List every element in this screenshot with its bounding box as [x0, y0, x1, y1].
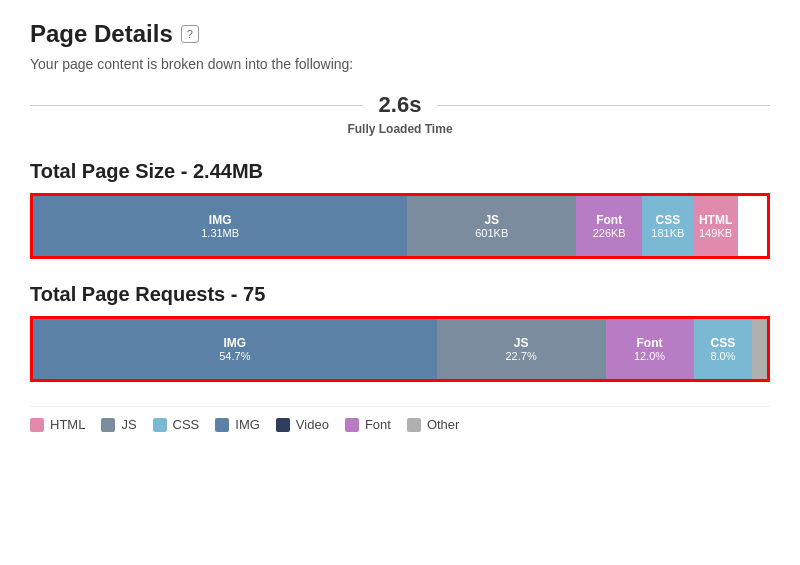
legend-label: JS — [121, 417, 136, 432]
size-section-title: Total Page Size - 2.44MB — [30, 160, 770, 183]
legend-item: HTML — [30, 417, 85, 432]
requests-bar-segment — [752, 319, 767, 379]
legend-item: Font — [345, 417, 391, 432]
requests-bar-wrapper: IMG54.7%JS22.7%Font12.0%CSS8.0% — [30, 316, 770, 382]
seg-value: 601KB — [475, 227, 508, 239]
size-bar-segment: IMG1.31MB — [33, 196, 407, 256]
seg-value: 8.0% — [710, 350, 735, 362]
seg-value: 22.7% — [505, 350, 536, 362]
seg-value: 54.7% — [219, 350, 250, 362]
seg-label: IMG — [224, 336, 247, 350]
legend-label: Video — [296, 417, 329, 432]
size-bar-segment: HTML149KB — [694, 196, 738, 256]
legend-label: CSS — [173, 417, 200, 432]
legend-item: CSS — [153, 417, 200, 432]
seg-label: JS — [514, 336, 529, 350]
timer-label: Fully Loaded Time — [30, 122, 770, 136]
seg-label: JS — [484, 213, 499, 227]
legend-item: Video — [276, 417, 329, 432]
requests-bar-segment: Font12.0% — [606, 319, 694, 379]
legend: HTMLJSCSSIMGVideoFontOther — [30, 406, 770, 432]
seg-label: Font — [637, 336, 663, 350]
legend-color — [407, 418, 421, 432]
seg-label: CSS — [711, 336, 736, 350]
legend-color — [276, 418, 290, 432]
legend-item: Other — [407, 417, 460, 432]
seg-label: HTML — [699, 213, 732, 227]
timer-value: 2.6s — [363, 92, 438, 118]
size-bar-segment: Font226KB — [576, 196, 642, 256]
legend-color — [30, 418, 44, 432]
page-title-row: Page Details ? — [30, 20, 770, 48]
size-bar-segment: CSS181KB — [642, 196, 693, 256]
legend-item: IMG — [215, 417, 260, 432]
seg-value: 1.31MB — [201, 227, 239, 239]
seg-label: Font — [596, 213, 622, 227]
seg-label: CSS — [656, 213, 681, 227]
requests-section-title: Total Page Requests - 75 — [30, 283, 770, 306]
legend-color — [101, 418, 115, 432]
legend-color — [153, 418, 167, 432]
requests-bar-segment: IMG54.7% — [33, 319, 437, 379]
seg-value: 12.0% — [634, 350, 665, 362]
size-bar-wrapper: IMG1.31MBJS601KBFont226KBCSS181KBHTML149… — [30, 193, 770, 259]
legend-label: Font — [365, 417, 391, 432]
timer-row: 2.6s — [30, 92, 770, 118]
help-badge[interactable]: ? — [181, 25, 199, 43]
subtitle: Your page content is broken down into th… — [30, 56, 770, 72]
legend-label: Other — [427, 417, 460, 432]
timer-line-left — [30, 105, 363, 106]
legend-color — [345, 418, 359, 432]
seg-label: IMG — [209, 213, 232, 227]
size-bar-segment: JS601KB — [407, 196, 576, 256]
legend-item: JS — [101, 417, 136, 432]
requests-bar-segment: CSS8.0% — [694, 319, 753, 379]
timer-line-right — [437, 105, 770, 106]
legend-color — [215, 418, 229, 432]
legend-label: IMG — [235, 417, 260, 432]
seg-value: 149KB — [699, 227, 732, 239]
seg-value: 226KB — [593, 227, 626, 239]
requests-bar-segment: JS22.7% — [437, 319, 606, 379]
requests-bar-chart: IMG54.7%JS22.7%Font12.0%CSS8.0% — [33, 319, 767, 379]
page-title: Page Details — [30, 20, 173, 48]
seg-value: 181KB — [651, 227, 684, 239]
size-bar-chart: IMG1.31MBJS601KBFont226KBCSS181KBHTML149… — [33, 196, 767, 256]
legend-label: HTML — [50, 417, 85, 432]
